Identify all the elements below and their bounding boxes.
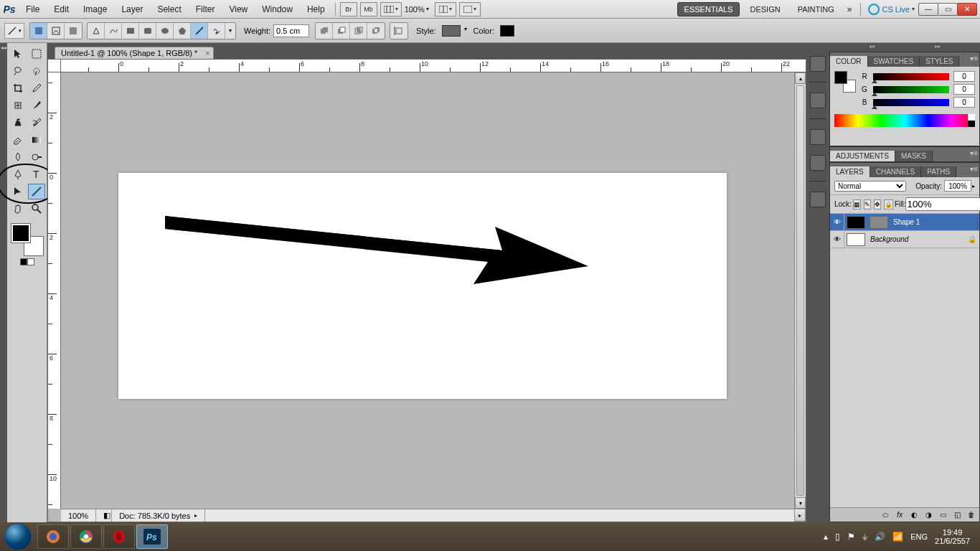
line-tool[interactable] bbox=[28, 184, 45, 199]
tray-show-hidden[interactable]: ▴ bbox=[824, 532, 828, 542]
color-spectrum[interactable] bbox=[834, 114, 975, 127]
paragraph-panel-icon[interactable] bbox=[810, 155, 826, 171]
rectangle-shape[interactable] bbox=[122, 23, 139, 39]
maximize-button[interactable]: ▭ bbox=[938, 3, 958, 16]
tab-swatches[interactable]: SWATCHES bbox=[868, 56, 920, 67]
value-g[interactable] bbox=[953, 84, 975, 95]
adjustment-layer-icon[interactable]: ◑ bbox=[923, 510, 933, 520]
status-icon[interactable]: ◧ bbox=[96, 509, 112, 522]
minimize-button[interactable]: — bbox=[918, 3, 938, 16]
workspace-essentials[interactable]: ESSENTIALS bbox=[677, 2, 740, 17]
panel-menu-icon[interactable]: ▾≡ bbox=[970, 165, 978, 173]
taskbar-opera[interactable] bbox=[103, 524, 135, 549]
default-colors[interactable] bbox=[20, 258, 27, 265]
close-button[interactable]: ✕ bbox=[957, 3, 977, 16]
hand-tool[interactable] bbox=[9, 201, 27, 217]
tab-adjustments[interactable]: ADJUSTMENTS bbox=[830, 151, 895, 161]
arrange-documents-button[interactable] bbox=[435, 2, 456, 17]
panel-menu-icon[interactable]: ▾≡ bbox=[970, 55, 978, 62]
layer-group-icon[interactable]: ▭ bbox=[938, 510, 948, 520]
tray-battery-icon[interactable]: ▯ bbox=[835, 532, 840, 542]
tray-network-icon[interactable]: ⏚ bbox=[862, 532, 867, 542]
subtract-from-shape[interactable] bbox=[333, 23, 350, 39]
tab-color[interactable]: COLOR bbox=[830, 56, 868, 67]
tab-styles[interactable]: STYLES bbox=[920, 56, 959, 67]
quick-select-tool[interactable] bbox=[28, 63, 45, 79]
bridge-button[interactable]: Br bbox=[340, 2, 357, 17]
tray-flag-icon[interactable]: ⚑ bbox=[847, 532, 855, 542]
new-layer-icon[interactable]: ◱ bbox=[952, 510, 962, 520]
freeform-pen-mode[interactable] bbox=[105, 23, 122, 39]
healing-brush-tool[interactable] bbox=[9, 98, 27, 113]
scroll-right-button[interactable]: ▸ bbox=[794, 509, 806, 522]
layer-mask-icon[interactable]: ◐ bbox=[909, 510, 919, 520]
fill-pixels-mode[interactable] bbox=[65, 23, 82, 39]
blend-mode-select[interactable]: Normal bbox=[834, 181, 906, 192]
view-extras-button[interactable] bbox=[380, 2, 402, 17]
tab-masks[interactable]: MASKS bbox=[895, 151, 933, 161]
ruler-origin[interactable] bbox=[48, 60, 61, 72]
scroll-thumb[interactable] bbox=[796, 85, 804, 496]
ellipse-shape[interactable] bbox=[156, 23, 174, 39]
eraser-tool[interactable] bbox=[9, 132, 27, 148]
line-shape[interactable] bbox=[191, 23, 208, 39]
brush-tool[interactable] bbox=[28, 98, 45, 113]
rounded-rect-shape[interactable] bbox=[139, 23, 156, 39]
tray-wifi-icon[interactable]: 📶 bbox=[892, 532, 903, 542]
zoom-level[interactable]: 100% bbox=[405, 5, 425, 14]
arrow-shape[interactable] bbox=[165, 216, 595, 309]
start-button[interactable] bbox=[4, 523, 32, 550]
dodge-tool[interactable] bbox=[28, 149, 45, 165]
lasso-tool[interactable] bbox=[9, 63, 27, 79]
canvas-background[interactable] bbox=[61, 72, 794, 509]
lock-transparency[interactable]: ▦ bbox=[853, 199, 861, 209]
taskbar-photoshop[interactable]: Ps bbox=[136, 524, 168, 549]
lock-position[interactable]: ✥ bbox=[874, 199, 881, 209]
tray-clock[interactable]: 19:49 21/6/2557 bbox=[935, 528, 970, 545]
tab-paths[interactable]: PATHS bbox=[921, 166, 956, 177]
style-picker[interactable] bbox=[442, 25, 461, 37]
menu-window[interactable]: Window bbox=[255, 0, 300, 18]
color-picker[interactable] bbox=[500, 25, 514, 37]
workspace-design[interactable]: DESIGN bbox=[743, 2, 787, 17]
history-panel-icon[interactable] bbox=[810, 93, 826, 108]
tab-channels[interactable]: CHANNELS bbox=[870, 166, 921, 177]
panel-menu-icon[interactable]: ▾≡ bbox=[970, 149, 978, 157]
document-tab[interactable]: Untitled-1 @ 100% (Shape 1, RGB/8) * × bbox=[55, 47, 214, 59]
blur-tool[interactable] bbox=[9, 149, 27, 165]
type-tool[interactable]: T bbox=[28, 166, 45, 182]
move-tool[interactable] bbox=[9, 46, 27, 62]
weight-input[interactable] bbox=[273, 24, 309, 37]
menu-file[interactable]: File bbox=[19, 0, 47, 18]
scroll-down-button[interactable]: ▾ bbox=[795, 497, 806, 509]
slider-b[interactable] bbox=[873, 99, 949, 106]
menu-help[interactable]: Help bbox=[300, 0, 332, 18]
shape-options-dropdown[interactable]: ▾ bbox=[225, 23, 235, 39]
menu-select[interactable]: Select bbox=[150, 0, 188, 18]
lock-all[interactable]: 🔒 bbox=[884, 199, 893, 209]
pen-mode[interactable] bbox=[88, 23, 105, 39]
scroll-up-button[interactable]: ▴ bbox=[795, 72, 806, 84]
link-layers-icon[interactable]: ⬭ bbox=[880, 510, 890, 520]
tab-layers[interactable]: LAYERS bbox=[830, 166, 870, 177]
vertical-ruler[interactable]: 20246810 bbox=[48, 72, 61, 509]
screen-mode-button[interactable] bbox=[459, 2, 481, 17]
minibridge-button[interactable]: Mb bbox=[360, 2, 377, 17]
panel-color-wells[interactable] bbox=[834, 71, 856, 93]
layer-row[interactable]: 👁Shape 1 bbox=[830, 214, 979, 231]
value-b[interactable] bbox=[953, 97, 975, 108]
marquee-tool[interactable] bbox=[28, 46, 45, 62]
taskbar-firefox[interactable] bbox=[37, 524, 69, 549]
vertical-scrollbar[interactable]: ▴ ▾ bbox=[794, 72, 806, 509]
tray-volume-icon[interactable]: 🔊 bbox=[875, 532, 885, 542]
slider-r[interactable] bbox=[873, 73, 949, 80]
exclude-shape[interactable] bbox=[367, 23, 385, 39]
gradient-tool[interactable] bbox=[28, 132, 45, 148]
color-wells[interactable] bbox=[11, 224, 43, 255]
path-selection-tool[interactable] bbox=[9, 184, 27, 199]
shape-layers-mode[interactable] bbox=[30, 23, 47, 39]
cs-live-button[interactable]: CS Live bbox=[868, 4, 915, 15]
status-zoom[interactable]: 100% bbox=[61, 509, 96, 522]
delete-layer-icon[interactable]: 🗑 bbox=[966, 510, 976, 520]
pen-tool[interactable] bbox=[9, 166, 27, 182]
